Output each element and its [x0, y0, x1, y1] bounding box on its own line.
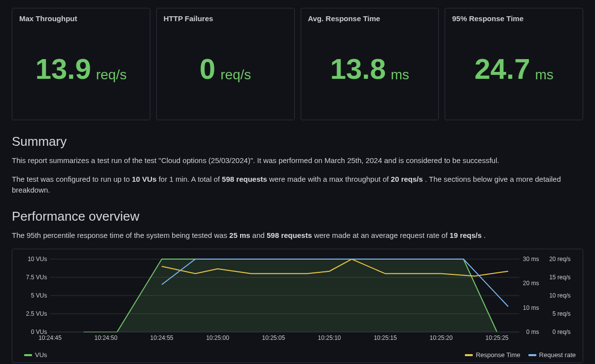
performance-chart[interactable]: 0 VUs2.5 VUs5 VUs7.5 VUs10 VUs0 ms10 ms2… [15, 254, 580, 348]
card-unit: req/s [220, 67, 251, 83]
legend-swatch [528, 354, 536, 356]
card-title: 95% Response Time [452, 14, 576, 23]
performance-overview-title: Performance overview [12, 209, 583, 224]
card-avg-response-time: Avg. Response Time 13.8 ms [301, 8, 439, 120]
svg-text:10:24:55: 10:24:55 [150, 334, 174, 341]
svg-text:10 ms: 10 ms [523, 304, 539, 311]
legend-item-request-rate[interactable]: Request rate [528, 351, 576, 359]
metric-cards: Max Throughput 13.9 req/s HTTP Failures … [12, 8, 583, 120]
performance-line: The 95th percentile response time of the… [12, 230, 583, 241]
svg-text:10:25:20: 10:25:20 [429, 334, 453, 341]
card-http-failures: HTTP Failures 0 req/s [156, 8, 295, 120]
svg-text:10:24:45: 10:24:45 [38, 334, 62, 341]
svg-text:30 ms: 30 ms [523, 256, 539, 263]
card-title: Max Throughput [19, 14, 143, 23]
svg-text:10 VUs: 10 VUs [28, 256, 47, 263]
card-unit: ms [535, 67, 553, 83]
svg-text:15 req/s: 15 req/s [549, 274, 570, 281]
svg-text:20 ms: 20 ms [523, 280, 539, 287]
card-max-throughput: Max Throughput 13.9 req/s [12, 8, 150, 120]
svg-text:10:25:15: 10:25:15 [374, 334, 397, 341]
svg-text:2.5 VUs: 2.5 VUs [26, 310, 47, 317]
performance-chart-panel: 0 VUs2.5 VUs5 VUs7.5 VUs10 VUs0 ms10 ms2… [12, 249, 583, 363]
svg-text:10:25:10: 10:25:10 [318, 334, 341, 341]
summary-line-2: The test was configured to run up to 10 … [12, 174, 583, 196]
card-value: 13.9 [35, 55, 91, 83]
legend-swatch [24, 354, 32, 356]
summary-title: Summary [12, 134, 583, 149]
svg-text:0 ms: 0 ms [526, 329, 539, 335]
svg-text:10 req/s: 10 req/s [549, 292, 570, 299]
svg-text:10:24:50: 10:24:50 [94, 334, 117, 341]
legend-item-vus[interactable]: VUs [24, 351, 47, 359]
svg-text:0 req/s: 0 req/s [553, 329, 571, 335]
card-unit: ms [391, 67, 409, 83]
chart-legend: VUs Response Time Request rate [15, 349, 580, 360]
card-95-response-time: 95% Response Time 24.7 ms [445, 8, 583, 120]
svg-text:5 VUs: 5 VUs [31, 292, 47, 299]
card-title: HTTP Failures [164, 14, 287, 23]
svg-text:10:25:00: 10:25:00 [206, 334, 229, 341]
legend-item-response-time[interactable]: Response Time [465, 351, 520, 359]
svg-text:20 req/s: 20 req/s [549, 256, 570, 263]
svg-text:10:25:05: 10:25:05 [262, 334, 285, 341]
card-unit: req/s [96, 67, 127, 83]
svg-text:10:25:25: 10:25:25 [486, 334, 509, 341]
summary-line-1: This report summarizes a test run of the… [12, 155, 583, 166]
legend-swatch [465, 354, 473, 356]
card-value: 24.7 [475, 55, 530, 83]
svg-text:5 req/s: 5 req/s [553, 310, 571, 317]
card-title: Avg. Response Time [308, 14, 432, 23]
card-value: 0 [200, 55, 215, 83]
svg-text:7.5 VUs: 7.5 VUs [26, 274, 47, 281]
card-value: 13.8 [330, 55, 386, 83]
